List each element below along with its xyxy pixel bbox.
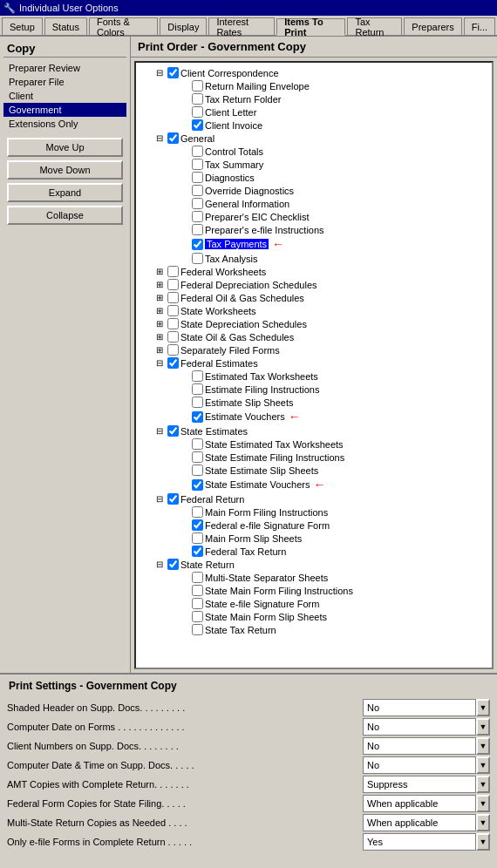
checkbox-tax-payments[interactable]	[192, 239, 203, 250]
checkbox-state-depreciation-schedules[interactable]	[167, 318, 179, 329]
checkbox-general[interactable]	[167, 132, 179, 144]
checkbox-state-estimate-vouchers[interactable]	[192, 479, 203, 491]
checkbox-state-main-form-slip-sheets[interactable]	[192, 611, 203, 622]
sidebar-item-client[interactable]: Client	[3, 89, 126, 103]
tree-section-general: ⊟General	[140, 132, 488, 145]
checkbox-state-e-file-signature-form[interactable]	[192, 598, 203, 609]
dropdown-arrow-7[interactable]: ▼	[476, 833, 490, 851]
checkbox-tax-summary[interactable]	[192, 159, 203, 170]
sidebar-item-preparer-file[interactable]: Preparer File	[3, 75, 126, 89]
expand-icon-federal-oil-gas-schedules[interactable]: ⊞	[153, 293, 166, 302]
checkbox-estimate-vouchers[interactable]	[192, 411, 203, 423]
checkbox-preparer's-eic-checklist[interactable]	[192, 211, 203, 222]
expand-icon-federal-depreciation-schedules[interactable]: ⊞	[153, 280, 166, 289]
sidebar-item-preparer-review[interactable]: Preparer Review	[3, 61, 126, 75]
checkbox-federal-return[interactable]	[167, 493, 179, 505]
checkbox-return-mailing-envelope[interactable]	[192, 80, 203, 92]
tab-items-to-print[interactable]: Items To Print	[276, 18, 345, 36]
tree-child-preparer's-eic-checklist: Preparer's EIC Checklist	[140, 210, 488, 223]
dropdown-arrow-3[interactable]: ▼	[476, 756, 490, 774]
tab-interest-rates[interactable]: Interest Rates	[208, 17, 275, 35]
checkbox-state-estimated-tax-worksheets[interactable]	[192, 438, 203, 450]
checkbox-state-estimate-filing-instructions[interactable]	[192, 451, 203, 463]
tree-child-tax-payments: Tax Payments ←	[140, 236, 488, 252]
checkbox-tax-return-folder[interactable]	[192, 93, 203, 105]
checkbox-state-main-form-filing-instructions[interactable]	[192, 585, 203, 596]
tab-fi[interactable]: Fi...	[464, 17, 495, 35]
checkbox-separately-filed-forms[interactable]	[167, 344, 179, 356]
checkbox-federal-depreciation-schedules[interactable]	[167, 279, 179, 290]
checkbox-main-form-filing-instructions[interactable]	[192, 506, 203, 518]
dropdown-arrow-2[interactable]: ▼	[476, 737, 490, 755]
checkbox-federal-estimates[interactable]	[167, 357, 179, 369]
tree-child-client-invoice: Client Invoice	[140, 119, 488, 132]
settings-label-2: Client Numbers on Supp. Docs. . . . . . …	[7, 741, 363, 751]
tree-child-label-control-totals: Control Totals	[205, 146, 263, 157]
checkbox-federal-worksheets[interactable]	[167, 266, 179, 277]
checkbox-state-estimates[interactable]	[167, 425, 179, 437]
expand-button[interactable]: Expand	[7, 183, 123, 202]
checkbox-main-form-slip-sheets[interactable]	[192, 532, 203, 544]
settings-row-4: AMT Copies with Complete Return. . . . .…	[7, 776, 490, 793]
tab-tax-return[interactable]: Tax Return	[347, 17, 402, 35]
sidebar-item-government[interactable]: Government	[3, 103, 126, 117]
expand-icon-state-estimates[interactable]: ⊟	[153, 426, 166, 436]
checkbox-federal-oil-gas-schedules[interactable]	[167, 292, 179, 303]
expand-icon-federal-return[interactable]: ⊟	[153, 494, 166, 504]
checkbox-client-invoice[interactable]	[192, 119, 203, 131]
checkbox-state-worksheets[interactable]	[167, 305, 179, 316]
dropdown-arrow-1[interactable]: ▼	[476, 718, 490, 736]
tab-display[interactable]: Display	[160, 17, 207, 35]
checkbox-state-oil-gas-schedules[interactable]	[167, 331, 179, 342]
expand-icon-general[interactable]: ⊟	[153, 133, 166, 143]
tab-status[interactable]: Status	[44, 17, 87, 35]
tree-child-label-preparer's-e-file-instructions: Preparer's e-file Instructions	[205, 225, 324, 235]
tab-preparers[interactable]: Preparers	[404, 17, 461, 35]
dropdown-arrow-6[interactable]: ▼	[476, 814, 490, 831]
checkbox-override-diagnostics[interactable]	[192, 185, 203, 196]
expand-icon-state-return[interactable]: ⊟	[153, 559, 166, 569]
dropdown-arrow-0[interactable]: ▼	[476, 699, 490, 716]
select-value-1: No	[363, 718, 476, 736]
expand-icon-state-worksheets[interactable]: ⊞	[153, 306, 166, 315]
checkbox-federal-e-file-signature-form[interactable]	[192, 519, 203, 531]
tree-child-tax-summary: Tax Summary	[140, 158, 488, 171]
checkbox-state-tax-return[interactable]	[192, 624, 203, 635]
tree-section-state-worksheets: ⊞State Worksheets	[140, 304, 488, 317]
checkbox-tax-analysis[interactable]	[192, 253, 203, 264]
select-value-3: No	[363, 756, 476, 774]
expand-icon-state-depreciation-schedules[interactable]: ⊞	[153, 319, 166, 329]
move-up-button[interactable]: Move Up	[7, 138, 123, 157]
checkbox-control-totals[interactable]	[192, 146, 203, 157]
checkbox-client-letter[interactable]	[192, 106, 203, 118]
checkbox-multi-state-separator-sheets[interactable]	[192, 572, 203, 583]
expand-icon-federal-worksheets[interactable]: ⊞	[153, 267, 166, 276]
tab-fonts-colors[interactable]: Fonts & Colors	[89, 17, 158, 35]
checkbox-diagnostics[interactable]	[192, 172, 203, 183]
checkbox-estimated-tax-worksheets[interactable]	[192, 370, 203, 382]
checkbox-estimate-filing-instructions[interactable]	[192, 383, 203, 395]
checkbox-state-return[interactable]	[167, 559, 179, 570]
checkbox-estimate-slip-sheets[interactable]	[192, 397, 203, 408]
sidebar-item-extensions-only[interactable]: Extensions Only	[3, 117, 126, 131]
tree-child-label-multi-state-separator-sheets: Multi-State Separator Sheets	[205, 573, 328, 583]
checkbox-client-correspondence[interactable]	[167, 67, 179, 78]
expand-icon-federal-estimates[interactable]: ⊟	[153, 358, 166, 368]
print-settings: Print Settings - Government Copy Shaded …	[0, 673, 497, 856]
checkbox-federal-tax-return[interactable]	[192, 546, 203, 557]
tree-child-state-tax-return: State Tax Return	[140, 623, 488, 636]
collapse-button[interactable]: Collapse	[7, 206, 123, 225]
tab-setup[interactable]: Setup	[2, 17, 43, 35]
checkbox-preparer's-e-file-instructions[interactable]	[192, 224, 203, 235]
move-down-button[interactable]: Move Down	[7, 160, 123, 180]
checkbox-general-information[interactable]	[192, 198, 203, 209]
expand-icon-state-oil-gas-schedules[interactable]: ⊞	[153, 332, 166, 342]
expand-icon-separately-filed-forms[interactable]: ⊞	[153, 345, 166, 355]
dropdown-arrow-5[interactable]: ▼	[476, 795, 490, 812]
settings-label-5: Federal Form Copies for State Filing. . …	[7, 798, 363, 809]
expand-icon-client-correspondence[interactable]: ⊟	[153, 68, 166, 78]
dropdown-arrow-4[interactable]: ▼	[476, 776, 490, 793]
checkbox-state-estimate-slip-sheets[interactable]	[192, 465, 203, 476]
tree-child-label-tax-analysis: Tax Analysis	[205, 254, 258, 264]
select-wrapper-2: No▼	[363, 737, 490, 755]
